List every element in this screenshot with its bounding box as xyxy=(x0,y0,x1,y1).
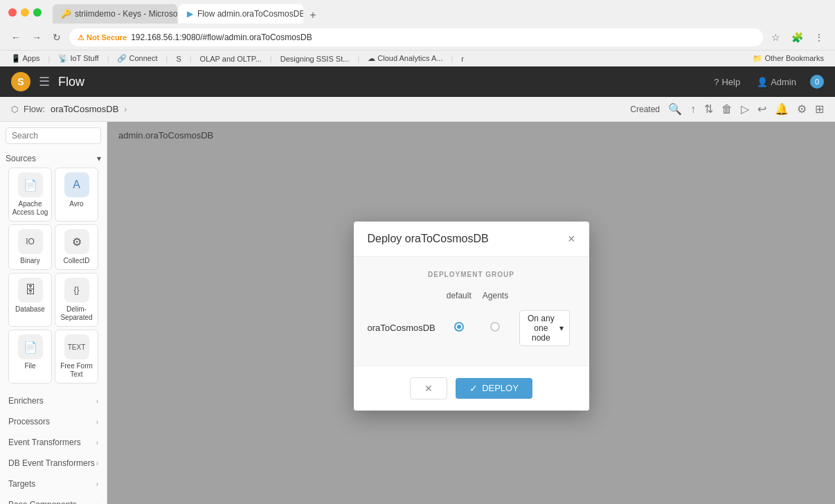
undo-icon[interactable]: ↩ xyxy=(757,102,766,116)
content-area: admin.oraToCosmosDB Deploy oraToCosmosDB… xyxy=(107,122,835,504)
sources-header[interactable]: Sources ▾ xyxy=(6,154,101,163)
settings-icon[interactable]: ⚙ xyxy=(797,102,807,116)
alerts-icon[interactable]: 🔔 xyxy=(775,102,789,116)
source-avro[interactable]: A Avro xyxy=(55,168,98,222)
breadcrumb-bar: ⬡ Flow: oraToCosmosDB › Created 🔍 ↑ ⇅ 🗑 … xyxy=(0,97,835,122)
bookmark-button[interactable]: ☆ xyxy=(769,30,783,44)
radio-agents-cell[interactable] xyxy=(477,305,514,352)
modal-body: DEPLOYMENT GROUP default Agents xyxy=(354,257,589,366)
bookmark-r[interactable]: r xyxy=(458,55,467,63)
sources-chevron: ▾ xyxy=(97,154,101,163)
search-input[interactable] xyxy=(6,127,101,144)
browser-addressbar: ← → ↻ ⚠ Not Secure 192.168.56.1:9080/#fl… xyxy=(0,25,835,50)
sidebar-section-enrichers[interactable]: Enrichers › xyxy=(0,390,107,411)
sidebar-section-base-components[interactable]: Base Components › xyxy=(0,494,107,504)
database-icon: 🗄 xyxy=(18,278,43,303)
source-collectd[interactable]: ⚙ CollectD xyxy=(55,224,98,270)
node-dropdown-cell[interactable]: On any one node ▾ xyxy=(514,305,575,352)
cancel-button[interactable]: ✕ xyxy=(410,377,447,399)
processors-label: Processors xyxy=(8,417,50,426)
compare-icon[interactable]: ⇅ xyxy=(704,102,713,116)
source-database[interactable]: 🗄 Database xyxy=(8,273,52,327)
close-window-button[interactable] xyxy=(8,8,17,17)
search-action-icon[interactable]: 🔍 xyxy=(668,102,682,116)
modal-close-button[interactable]: × xyxy=(568,233,575,245)
node-dropdown[interactable]: On any one node ▾ xyxy=(519,310,569,346)
event-transformers-chevron: › xyxy=(96,439,98,447)
help-label: Help xyxy=(721,77,740,87)
bookmark-connect[interactable]: 🔗 Connect xyxy=(114,54,160,63)
bookmark-s[interactable]: S xyxy=(173,55,183,63)
deploy-modal: Deploy oraToCosmosDB × DEPLOYMENT GROUP … xyxy=(354,222,589,411)
app-title: Flow xyxy=(58,75,84,89)
user-icon: 👤 xyxy=(757,77,768,87)
source-apache[interactable]: 📄 ApacheAccess Log xyxy=(8,168,52,222)
extensions-button[interactable]: 🧩 xyxy=(789,30,806,44)
share-icon[interactable]: ↑ xyxy=(690,103,696,116)
targets-chevron: › xyxy=(96,480,98,488)
sources-grid: 📄 ApacheAccess Log A Avro IO Binary ⚙ Co… xyxy=(6,168,101,389)
forward-button[interactable]: → xyxy=(29,30,44,44)
bookmark-olap[interactable]: OLAP and OLTP... xyxy=(197,55,264,63)
radio-default[interactable] xyxy=(454,322,464,332)
delete-icon[interactable]: 🗑 xyxy=(721,103,733,116)
reload-button[interactable]: ↻ xyxy=(50,30,64,44)
settings-button[interactable]: ⋮ xyxy=(811,30,827,44)
bookmark-apps[interactable]: 📱 Apps xyxy=(8,54,43,63)
enrichers-chevron: › xyxy=(96,397,98,405)
database-label: Database xyxy=(15,305,45,314)
source-freeform[interactable]: TEXT Free FormText xyxy=(55,330,98,384)
browser-bookmarks: 📱 Apps | 📡 IoT Stuff | 🔗 Connect | S | O… xyxy=(0,50,835,66)
avro-icon: A xyxy=(64,172,89,197)
freeform-label: Free FormText xyxy=(60,362,93,379)
security-warning: ⚠ Not Secure xyxy=(78,33,127,42)
deploy-check-icon: ✓ xyxy=(469,383,478,394)
hamburger-menu[interactable]: ☰ xyxy=(39,74,50,89)
source-file[interactable]: 📄 File xyxy=(8,330,52,384)
notification-badge[interactable]: 0 xyxy=(810,75,824,89)
enrichers-label: Enrichers xyxy=(8,396,44,406)
breadcrumb-name[interactable]: oraToCosmosDB xyxy=(51,104,118,114)
grid-icon[interactable]: ⊞ xyxy=(815,102,824,116)
delim-label: Delim-Separated xyxy=(60,305,92,322)
user-menu[interactable]: 👤 Admin xyxy=(757,77,796,87)
run-icon[interactable]: ▷ xyxy=(741,102,749,116)
minimize-window-button[interactable] xyxy=(21,8,29,17)
collectd-label: CollectD xyxy=(64,257,90,265)
sidebar-section-db-event-transformers[interactable]: DB Event Transformers › xyxy=(0,453,107,474)
freeform-icon: TEXT xyxy=(64,334,89,359)
browser-tab-1[interactable]: 🔑 striimdemo - Keys - Microsof... × xyxy=(53,4,177,24)
apache-label: ApacheAccess Log xyxy=(12,200,48,217)
created-dropdown[interactable]: Created xyxy=(630,105,660,114)
browser-tab-2[interactable]: ▶ Flow admin.oraToCosmosDB × xyxy=(179,4,303,24)
sidebar-section-targets[interactable]: Targets › xyxy=(0,474,107,494)
bookmark-cloud[interactable]: ☁ Cloud Analytics A... xyxy=(365,54,445,63)
tab-label-1: striimdemo - Keys - Microsof... xyxy=(75,9,177,19)
radio-agents[interactable] xyxy=(490,322,500,332)
deploy-row-label: oraToCosmosDB xyxy=(368,305,441,352)
radio-default-cell[interactable] xyxy=(441,305,477,352)
help-button[interactable]: ? Help xyxy=(714,77,740,87)
address-text: 192.168.56.1:9080/#flow/admin.oraToCosmo… xyxy=(131,33,312,42)
col-agents-header: Agents xyxy=(477,287,514,305)
file-label: File xyxy=(24,362,35,370)
back-button[interactable]: ← xyxy=(8,30,24,44)
bookmark-other[interactable]: 📁 Other Bookmarks xyxy=(750,54,827,63)
new-tab-button[interactable]: + xyxy=(305,7,321,24)
source-binary[interactable]: IO Binary xyxy=(8,224,52,270)
app-topbar: S ☰ Flow ? Help 👤 Admin 0 xyxy=(0,66,835,97)
avro-label: Avro xyxy=(69,200,83,208)
source-delim[interactable]: {} Delim-Separated xyxy=(55,273,98,327)
bookmark-ssis[interactable]: Designing SSIS St... xyxy=(278,55,352,63)
tab-favicon-1: 🔑 xyxy=(61,9,71,19)
sidebar-section-event-transformers[interactable]: Event Transformers › xyxy=(0,432,107,453)
modal-footer: ✕ ✓ DEPLOY xyxy=(354,366,589,411)
maximize-window-button[interactable] xyxy=(33,8,42,17)
app-logo: S xyxy=(11,72,30,91)
bookmark-iotstuff[interactable]: 📡 IoT Stuff xyxy=(55,54,101,63)
address-bar[interactable]: ⚠ Not Secure 192.168.56.1:9080/#flow/adm… xyxy=(69,28,763,46)
user-label: Admin xyxy=(771,77,796,87)
modal-title: Deploy oraToCosmosDB xyxy=(368,233,489,245)
sidebar-section-processors[interactable]: Processors › xyxy=(0,411,107,432)
deploy-button[interactable]: ✓ DEPLOY xyxy=(456,378,532,399)
